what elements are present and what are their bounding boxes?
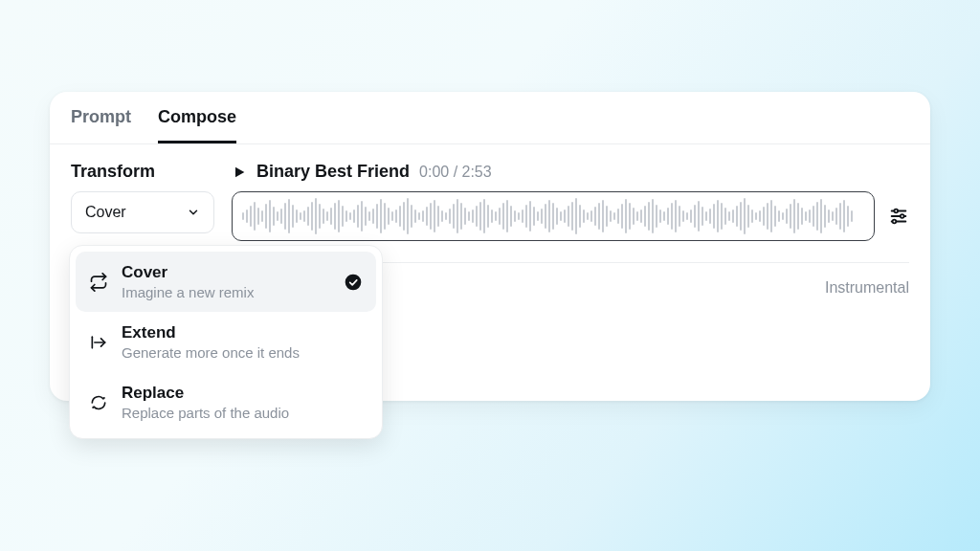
waveform-bar bbox=[342, 206, 344, 227]
dropdown-item-title: Replace bbox=[122, 384, 363, 403]
waveform-bar bbox=[384, 203, 386, 230]
waveform-bar bbox=[613, 212, 615, 220]
waveform-bar bbox=[499, 208, 501, 225]
track-title: Binary Best Friend bbox=[256, 162, 410, 182]
tab-compose[interactable]: Compose bbox=[158, 107, 236, 143]
waveform-bar bbox=[345, 210, 347, 222]
play-icon[interactable] bbox=[232, 165, 247, 180]
waveform-bar bbox=[460, 203, 462, 230]
waveform-bar bbox=[713, 204, 715, 229]
waveform-bar bbox=[598, 203, 600, 230]
waveform-bar bbox=[472, 209, 474, 223]
waveform-bar bbox=[411, 205, 412, 228]
waveform-bar bbox=[284, 203, 286, 230]
transform-select[interactable]: Cover bbox=[71, 191, 214, 233]
waveform-bar bbox=[518, 212, 520, 220]
transform-dropdown: Cover Imagine a new remix Extend Generat… bbox=[69, 245, 383, 439]
waveform-bar bbox=[403, 202, 405, 231]
svg-point-7 bbox=[345, 274, 362, 290]
waveform-bar bbox=[851, 210, 853, 222]
tab-bar: Prompt Compose bbox=[50, 92, 930, 144]
waveform-bar bbox=[380, 199, 382, 233]
waveform-bar bbox=[292, 205, 294, 228]
waveform-bar bbox=[644, 206, 646, 227]
sliders-icon[interactable] bbox=[888, 206, 909, 227]
waveform-bar bbox=[587, 212, 589, 220]
waveform-bar bbox=[682, 210, 684, 222]
waveform-bar bbox=[575, 198, 577, 234]
waveform-bar bbox=[334, 203, 336, 230]
waveform-bar bbox=[717, 200, 719, 232]
waveform-bar bbox=[659, 209, 661, 223]
waveform-bar bbox=[449, 209, 451, 224]
waveform-bar bbox=[590, 210, 592, 222]
waveform-bar bbox=[265, 204, 267, 229]
waveform-bar bbox=[319, 204, 321, 229]
waveform-bar bbox=[246, 209, 248, 223]
waveform-bar bbox=[640, 209, 642, 223]
waveform-bar bbox=[744, 198, 746, 234]
dropdown-item-replace[interactable]: Replace Replace parts of the audio bbox=[76, 372, 376, 432]
waveform-bar bbox=[307, 207, 309, 226]
waveform-bar bbox=[786, 209, 788, 224]
track-time: 0:00 / 2:53 bbox=[419, 164, 492, 181]
waveform-bar bbox=[698, 201, 700, 231]
waveform-bar bbox=[671, 203, 673, 230]
svg-point-11 bbox=[92, 407, 94, 408]
waveform-bar bbox=[824, 205, 826, 228]
waveform-bar bbox=[686, 212, 688, 220]
waveform-bar bbox=[407, 198, 409, 234]
waveform-bar bbox=[702, 207, 703, 226]
extend-icon bbox=[89, 333, 108, 352]
waveform-bar bbox=[656, 205, 657, 228]
waveform[interactable] bbox=[232, 191, 875, 241]
waveform-bar bbox=[257, 208, 259, 225]
waveform-bar bbox=[767, 203, 768, 230]
waveform-bar bbox=[552, 203, 554, 230]
waveform-bar bbox=[770, 200, 772, 232]
waveform-bar bbox=[675, 200, 677, 232]
waveform-bar bbox=[476, 206, 478, 227]
tab-prompt[interactable]: Prompt bbox=[71, 107, 131, 143]
remix-icon bbox=[89, 273, 108, 292]
waveform-bar bbox=[610, 210, 612, 222]
waveform-bar bbox=[694, 205, 696, 228]
svg-point-6 bbox=[893, 220, 897, 224]
waveform-bar bbox=[793, 199, 795, 233]
waveform-bar bbox=[541, 209, 543, 224]
waveform-bar bbox=[801, 208, 803, 225]
waveform-bar bbox=[441, 210, 443, 222]
waveform-bar bbox=[728, 211, 730, 221]
waveform-bar bbox=[847, 206, 849, 227]
waveform-bar bbox=[690, 209, 692, 223]
waveform-bar bbox=[629, 203, 631, 230]
waveform-bar bbox=[533, 207, 535, 226]
waveform-bar bbox=[491, 209, 493, 223]
waveform-bar bbox=[579, 205, 581, 228]
waveform-bar bbox=[273, 207, 275, 226]
waveform-bar bbox=[663, 211, 665, 221]
transform-select-value: Cover bbox=[85, 204, 126, 221]
waveform-bar bbox=[809, 209, 811, 223]
dropdown-item-desc: Generate more once it ends bbox=[122, 344, 363, 361]
checkmark-icon bbox=[344, 273, 363, 292]
waveform-bar bbox=[525, 205, 527, 228]
waveform-bar bbox=[502, 203, 504, 230]
waveform-bar bbox=[510, 206, 512, 227]
waveform-bar bbox=[594, 207, 596, 226]
waveform-bar bbox=[457, 199, 458, 233]
waveform-bar bbox=[667, 208, 669, 225]
waveform-bar bbox=[242, 212, 244, 220]
dropdown-item-cover[interactable]: Cover Imagine a new remix bbox=[76, 252, 376, 312]
waveform-bar bbox=[330, 208, 332, 225]
waveform-bar bbox=[636, 211, 638, 221]
waveform-bar bbox=[495, 211, 497, 221]
waveform-bar bbox=[453, 204, 455, 229]
waveform-bar bbox=[705, 211, 707, 221]
waveform-bar bbox=[437, 206, 439, 227]
compose-panel: Prompt Compose Transform Cover Binary Be… bbox=[50, 92, 930, 401]
dropdown-item-extend[interactable]: Extend Generate more once it ends bbox=[76, 312, 376, 372]
waveform-bar bbox=[479, 202, 481, 231]
waveform-bar bbox=[571, 202, 573, 231]
waveform-bar bbox=[736, 206, 738, 227]
